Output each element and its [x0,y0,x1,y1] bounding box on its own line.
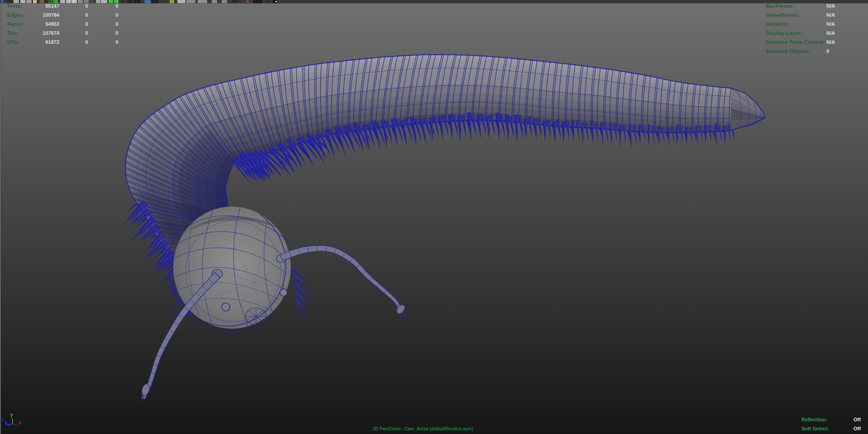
svg-text:z: z [1,417,4,422]
svg-text:y: y [10,412,13,417]
svg-text:x: x [19,420,21,425]
